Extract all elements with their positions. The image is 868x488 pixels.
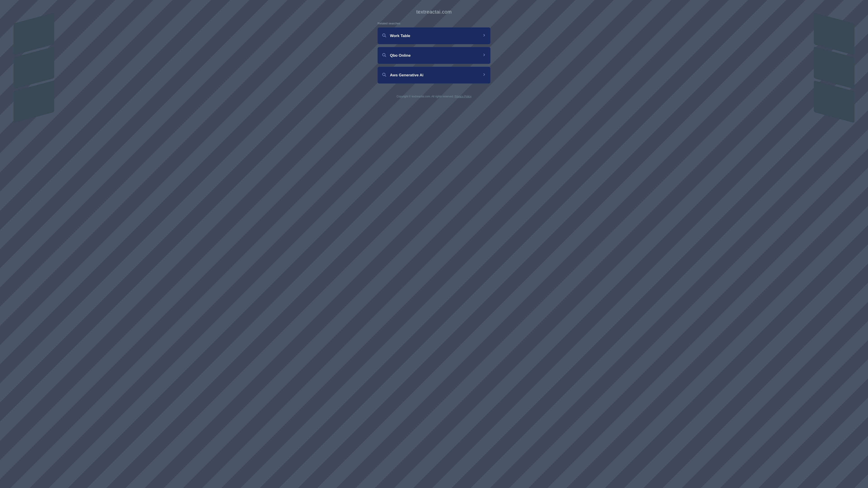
search-icon-aws-generative-ai bbox=[382, 72, 386, 78]
search-item-aws-generative-ai[interactable]: Aws Generative Ai bbox=[377, 67, 491, 84]
search-icon-qbo-online bbox=[382, 53, 386, 58]
bg-panel-right-bot bbox=[814, 80, 855, 123]
search-item-work-table[interactable]: Work Table bbox=[377, 27, 491, 44]
bg-panel-left-mid bbox=[13, 46, 54, 89]
bg-panel-left-bot bbox=[13, 80, 54, 123]
footer: Copyright © textreactai.com. All rights … bbox=[397, 95, 471, 98]
search-items-list: Work Table Qbo Online bbox=[377, 27, 491, 84]
svg-line-1 bbox=[385, 36, 386, 37]
search-item-label-qbo-online: Qbo Online bbox=[390, 53, 482, 58]
svg-line-5 bbox=[385, 75, 386, 76]
chevron-right-icon-qbo-online bbox=[482, 53, 486, 58]
page-container: textreactai.com Related searches Work Ta… bbox=[377, 9, 491, 98]
search-item-label-work-table: Work Table bbox=[390, 34, 482, 38]
chevron-right-icon-work-table bbox=[482, 33, 486, 38]
site-title: textreactai.com bbox=[416, 9, 452, 15]
related-searches-label: Related searches bbox=[377, 22, 400, 25]
search-item-qbo-online[interactable]: Qbo Online bbox=[377, 47, 491, 64]
bg-panel-right-mid bbox=[814, 46, 855, 89]
chevron-right-icon-aws-generative-ai bbox=[482, 72, 486, 78]
bg-panel-right-top bbox=[814, 13, 855, 55]
bg-panel-left-top bbox=[13, 13, 54, 55]
svg-line-3 bbox=[385, 56, 386, 57]
privacy-policy-link[interactable]: Privacy Policy bbox=[455, 95, 471, 98]
footer-copyright: Copyright © textreactai.com. All rights … bbox=[397, 95, 454, 98]
search-icon-work-table bbox=[382, 33, 386, 39]
search-item-label-aws-generative-ai: Aws Generative Ai bbox=[390, 73, 482, 77]
